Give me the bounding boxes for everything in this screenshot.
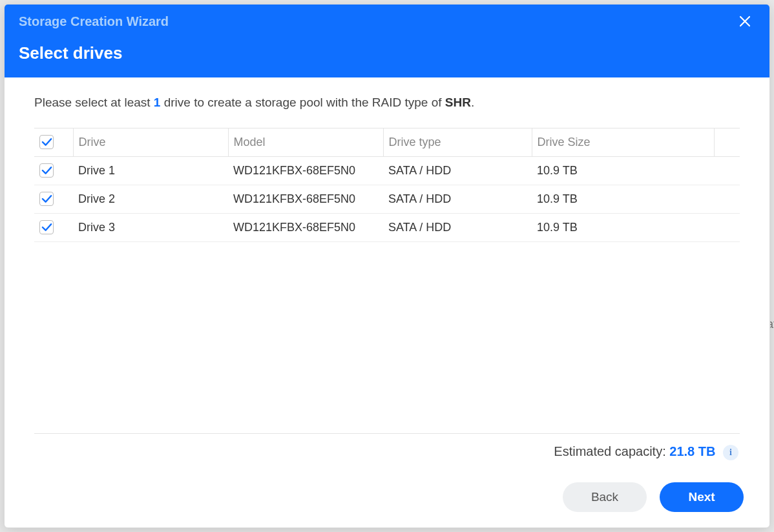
column-header-size[interactable]: Drive Size — [532, 128, 714, 157]
cell-size: 10.9 TB — [532, 185, 714, 214]
wizard-modal: Storage Creation Wizard Select drives Pl… — [4, 4, 770, 528]
cell-type: SATA / HDD — [383, 214, 532, 242]
check-icon — [41, 138, 52, 147]
cell-drive: Drive 1 — [73, 157, 228, 185]
column-header-drive[interactable]: Drive — [73, 128, 228, 157]
back-button[interactable]: Back — [563, 482, 647, 512]
wizard-footer: Back Next — [5, 471, 769, 527]
column-header-model[interactable]: Model — [228, 128, 383, 157]
instruction-prefix: Please select at least — [34, 96, 154, 109]
capacity-label: Estimated capacity: — [554, 444, 669, 458]
wizard-content: Please select at least 1 drive to create… — [5, 77, 769, 471]
cell-drive: Drive 3 — [73, 214, 228, 242]
cell-size: 10.9 TB — [532, 214, 714, 242]
instruction-text: Please select at least 1 drive to create… — [34, 96, 740, 110]
cell-model: WD121KFBX-68EF5N0 — [228, 157, 383, 185]
instruction-count: 1 — [154, 96, 161, 109]
column-header-type[interactable]: Drive type — [383, 128, 532, 157]
step-title: Select drives — [19, 43, 755, 63]
row-checkbox[interactable] — [39, 220, 54, 234]
next-button[interactable]: Next — [660, 482, 744, 512]
check-icon — [41, 194, 52, 203]
cell-type: SATA / HDD — [383, 157, 532, 185]
info-icon[interactable]: i — [723, 445, 738, 460]
row-checkbox[interactable] — [39, 192, 54, 206]
cell-size: 10.9 TB — [532, 157, 714, 185]
check-icon — [41, 166, 52, 175]
cell-model: WD121KFBX-68EF5N0 — [228, 185, 383, 214]
capacity-value: 21.8 TB — [669, 444, 715, 458]
table-row[interactable]: Drive 1WD121KFBX-68EF5N0SATA / HDD10.9 T… — [34, 157, 740, 185]
instruction-raid-type: SHR — [445, 96, 471, 109]
drives-table: Drive Model Drive type Drive Size Drive … — [34, 128, 740, 242]
wizard-title: Storage Creation Wizard — [19, 14, 169, 29]
cell-model: WD121KFBX-68EF5N0 — [228, 214, 383, 242]
close-button[interactable] — [735, 11, 755, 32]
close-icon — [739, 15, 751, 27]
cell-drive: Drive 2 — [73, 185, 228, 214]
row-checkbox[interactable] — [39, 163, 54, 178]
select-all-checkbox[interactable] — [39, 135, 54, 149]
cell-type: SATA / HDD — [383, 185, 532, 214]
table-row[interactable]: Drive 3WD121KFBX-68EF5N0SATA / HDD10.9 T… — [34, 214, 740, 242]
capacity-summary: Estimated capacity: 21.8 TB i — [34, 433, 740, 464]
instruction-mid: drive to create a storage pool with the … — [160, 96, 445, 109]
table-row[interactable]: Drive 2WD121KFBX-68EF5N0SATA / HDD10.9 T… — [34, 185, 740, 214]
instruction-suffix: . — [471, 96, 474, 109]
check-icon — [41, 223, 52, 232]
table-header-row: Drive Model Drive type Drive Size — [34, 128, 740, 157]
wizard-header: Storage Creation Wizard Select drives — [5, 5, 769, 77]
